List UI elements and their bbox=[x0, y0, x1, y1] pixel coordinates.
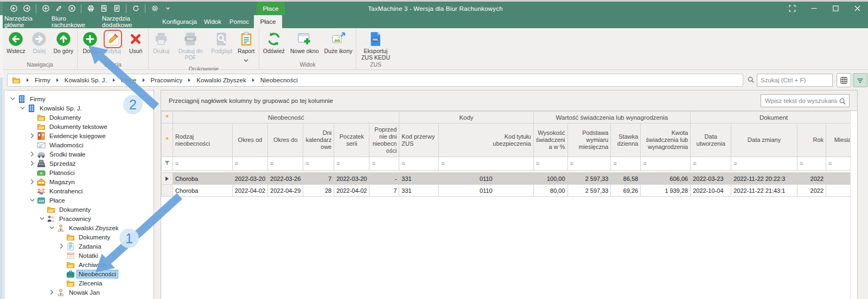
band-header[interactable]: Kody bbox=[399, 112, 533, 123]
cell[interactable]: 80,00 bbox=[533, 185, 567, 197]
cell[interactable]: 606,06 bbox=[641, 173, 691, 185]
tree-item-label[interactable]: Dokumenty bbox=[77, 233, 112, 241]
cell[interactable]: 2022 bbox=[797, 173, 826, 185]
tree-item-label[interactable]: Archiwum bbox=[77, 261, 107, 269]
tree-item-label[interactable]: Sprzedaż bbox=[48, 160, 78, 167]
chevron-down-icon[interactable] bbox=[48, 224, 56, 232]
tab-widok[interactable]: Widok bbox=[201, 15, 225, 28]
tree-item-kowalski-zbyszek[interactable]: Kowalski Zbyszek bbox=[48, 223, 120, 232]
breadcrumb-item[interactable]: Kowalski Zbyszek bbox=[195, 77, 247, 83]
breadcrumb-item[interactable]: Firmy bbox=[34, 77, 52, 83]
chevron-right-icon[interactable] bbox=[48, 289, 56, 296]
cell[interactable]: Choroba bbox=[173, 185, 233, 197]
cell[interactable]: 2 597,33 bbox=[567, 185, 611, 197]
cell[interactable]: 2022-11-22 20:22:3 bbox=[731, 173, 797, 185]
chevron-down-icon[interactable] bbox=[9, 95, 17, 103]
tab-narzędzia-główne[interactable]: Narzędzia główne bbox=[4, 15, 50, 28]
cell[interactable]: 1 939,28 bbox=[641, 185, 691, 197]
filter-cell[interactable]: = bbox=[173, 157, 233, 171]
cell[interactable]: - bbox=[369, 173, 399, 185]
tree-item-środki-trwałe[interactable]: Środki trwałe bbox=[28, 150, 87, 159]
column-header[interactable]: Poczatek serii bbox=[334, 123, 369, 157]
usuń-button[interactable]: Usuń bbox=[124, 29, 147, 55]
cell[interactable]: 7 bbox=[369, 185, 399, 197]
add-icon[interactable] bbox=[40, 3, 51, 14]
tree-item-label[interactable]: Dokumenty bbox=[58, 206, 92, 213]
column-header[interactable]: Kwota świadczenia lub wynagrodzenia bbox=[641, 123, 691, 157]
dodaj-button[interactable]: Dodaj bbox=[79, 29, 101, 55]
chevron-down-icon[interactable] bbox=[18, 105, 27, 112]
column-header[interactable]: Data zmiany bbox=[731, 123, 797, 157]
tree-item-label[interactable]: Magazyn bbox=[48, 178, 76, 186]
maximize-button[interactable] bbox=[825, 2, 846, 15]
tree-item-nieobecności[interactable]: Nieobecności bbox=[58, 269, 118, 278]
filter-button[interactable] bbox=[853, 73, 867, 87]
breadcrumb-item[interactable]: Nieobecności bbox=[259, 77, 299, 83]
tree-item-zlecenia[interactable]: Zlecenia bbox=[58, 278, 104, 288]
filter-cell[interactable]: = bbox=[691, 157, 731, 171]
chevron-down-icon[interactable] bbox=[28, 197, 36, 204]
grid-view-button[interactable] bbox=[837, 73, 851, 87]
tab-płace[interactable]: Płace bbox=[254, 15, 282, 28]
fullscreen-button[interactable] bbox=[781, 2, 803, 15]
filter-cell[interactable]: = bbox=[611, 157, 641, 171]
cell[interactable]: 2022-11-22 21:43:1 bbox=[731, 185, 797, 197]
breadcrumb-item[interactable]: Płace bbox=[120, 77, 138, 83]
filter-cell[interactable]: = bbox=[268, 157, 303, 171]
band-header[interactable]: Dokument bbox=[691, 112, 857, 123]
cell[interactable]: 331 bbox=[399, 185, 439, 197]
tree-item-nowak-jan[interactable]: Nowak Jan bbox=[48, 288, 101, 297]
filter-cell[interactable]: = bbox=[369, 157, 399, 171]
column-header[interactable]: Rodzaj nieobecności bbox=[173, 123, 233, 157]
tree-item-label[interactable]: Kowalski Sp. J. bbox=[38, 105, 84, 112]
tree-item-label[interactable]: Nieobecności bbox=[77, 270, 118, 278]
refresh-icon[interactable] bbox=[130, 3, 141, 14]
eksportuj-zus-kedu-button[interactable]: XMLEksportuj ZUS KEDU bbox=[358, 29, 393, 61]
cell[interactable]: 2 597,33 bbox=[567, 173, 611, 185]
tree-item-label[interactable]: Dokumenty bbox=[48, 114, 82, 121]
tree-item-dokumenty[interactable]: Dokumenty bbox=[28, 113, 82, 122]
search-input[interactable] bbox=[757, 74, 833, 87]
tree-item-płatności[interactable]: Płatności bbox=[28, 168, 76, 177]
tree-item-kowalski-sp-j-[interactable]: Kowalski Sp. J. bbox=[18, 103, 84, 113]
filter-cell[interactable]: = bbox=[731, 157, 797, 171]
column-header[interactable]: Podstawa wymiaru miesięczna bbox=[567, 123, 611, 157]
tree-item-archiwum[interactable]: Archiwum bbox=[58, 260, 107, 269]
column-header[interactable]: Stawka dzienna bbox=[611, 123, 641, 157]
wstecz-button[interactable]: Wstecz bbox=[4, 29, 28, 55]
cell[interactable]: Choroba bbox=[173, 173, 233, 185]
cell[interactable]: 2022 bbox=[797, 185, 826, 197]
tab-narzędzia-dodatkowe[interactable]: Narzędzia dodatkowe bbox=[102, 15, 158, 28]
tree-item-label[interactable]: Kontrahenci bbox=[48, 187, 84, 195]
grid-scroll-gutter[interactable] bbox=[850, 111, 857, 299]
raport-button[interactable]: Raport bbox=[235, 29, 258, 65]
cell[interactable]: 100,00 bbox=[533, 173, 567, 185]
breadcrumb-item[interactable]: Pracownicy bbox=[150, 77, 184, 83]
filter-funnel-icon[interactable] bbox=[162, 157, 173, 171]
delete-icon[interactable] bbox=[66, 3, 77, 14]
close-button[interactable] bbox=[846, 2, 868, 15]
tree-item-wiadomości[interactable]: Wiadomości bbox=[28, 140, 85, 150]
breadcrumb[interactable]: FirmyKowalski Sp. J.PłacePracownicyKowal… bbox=[7, 74, 743, 87]
cell[interactable]: 2022-04-02 bbox=[334, 185, 369, 197]
tree-item-label[interactable]: Pracownicy bbox=[58, 215, 93, 223]
cell[interactable]: 2022-03-26 bbox=[268, 173, 303, 185]
minimize-button[interactable] bbox=[803, 2, 825, 15]
tree-item-label[interactable]: Zlecenia bbox=[77, 280, 104, 287]
do-góry-button[interactable]: Do góry bbox=[50, 29, 76, 55]
column-header[interactable]: Okres od bbox=[232, 123, 267, 157]
tree-item-label[interactable]: Środki trwałe bbox=[48, 151, 87, 158]
chevron-right-icon[interactable] bbox=[28, 132, 36, 140]
column-header[interactable]: Poprzednie dni nieobecności bbox=[369, 123, 399, 157]
tree-item-notatki[interactable]: Notatki bbox=[58, 251, 100, 260]
tree-item-zadania[interactable]: Zadania bbox=[58, 242, 103, 251]
chevron-right-icon[interactable] bbox=[28, 160, 36, 167]
tree-item-firmy[interactable]: Firmy bbox=[9, 94, 47, 103]
cell[interactable]: 2022-03-20 bbox=[334, 173, 369, 185]
cell[interactable]: 331 bbox=[399, 173, 439, 185]
forward-icon[interactable] bbox=[21, 3, 32, 14]
tree-item-dokumenty[interactable]: Dokumenty bbox=[38, 205, 92, 214]
contextual-tab-header[interactable]: Płace bbox=[257, 2, 285, 15]
band-header[interactable]: Nieobecność bbox=[173, 112, 399, 123]
cell[interactable]: 2022-10-04 bbox=[691, 185, 731, 197]
